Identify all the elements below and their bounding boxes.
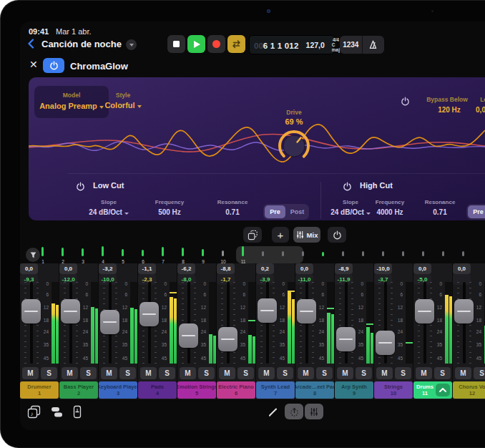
channel-name-block[interactable]: Pads4 — [138, 381, 177, 399]
ribbon-track-u15[interactable] — [318, 247, 329, 263]
metronome-button[interactable] — [363, 39, 385, 50]
channel-name-block[interactable]: Synth Lead7 — [256, 381, 295, 399]
mute-button[interactable]: M — [416, 367, 432, 379]
mix-view-button[interactable]: Mix — [293, 227, 320, 243]
ribbon-track-4[interactable]: 4 — [97, 247, 109, 263]
mute-button[interactable]: M — [101, 367, 117, 379]
fader-value-chip[interactable]: -1,1 — [138, 263, 156, 274]
channel-name-block[interactable]: Chorus Vo12 — [453, 381, 485, 399]
solo-button[interactable]: S — [395, 367, 411, 379]
fader-value-chip[interactable]: 0,0 — [20, 263, 38, 274]
mixer-view-button[interactable] — [305, 404, 323, 419]
ribbon-track-u16[interactable] — [338, 247, 349, 263]
ribbon-track-7[interactable]: 7 — [157, 247, 169, 263]
record-button[interactable] — [207, 35, 225, 53]
channel-strip-icon[interactable] — [73, 405, 82, 419]
solo-button[interactable]: S — [237, 367, 254, 379]
ribbon-track-u21[interactable] — [438, 247, 449, 263]
stop-button[interactable] — [167, 35, 185, 53]
mute-button[interactable]: M — [258, 367, 275, 379]
fader-value-chip[interactable]: 0,2 — [256, 263, 274, 274]
ribbon-track-u20[interactable] — [418, 247, 429, 263]
fader-cap[interactable] — [21, 299, 41, 323]
low-cut-pre-button[interactable]: Pre — [265, 205, 285, 218]
ribbon-track-u22[interactable] — [458, 247, 469, 263]
high-cut-freq-value[interactable]: 4000 Hz — [368, 208, 411, 216]
low-cut-res-value[interactable]: 0.71 — [211, 208, 254, 216]
fader-value-chip[interactable]: 0,0 — [295, 263, 313, 274]
level-value[interactable]: 0,0 — [459, 106, 485, 114]
fader-cap[interactable] — [454, 299, 474, 323]
bypass-power-icon[interactable] — [401, 97, 410, 106]
solo-button[interactable]: S — [159, 367, 175, 379]
ribbon-track-5[interactable]: 5 — [117, 247, 129, 263]
mute-button[interactable]: M — [180, 367, 196, 379]
mixer-power-button[interactable] — [328, 227, 346, 243]
low-cut-slope-value[interactable]: 24 dB/Oct — [80, 208, 137, 216]
channel-name-block[interactable]: Keyboard Player3 — [99, 381, 137, 399]
song-title[interactable]: Canción de noche — [41, 39, 122, 49]
browser-icon[interactable] — [50, 406, 63, 418]
fader-value-chip[interactable]: -8,9 — [335, 263, 353, 274]
ribbon-track-u17[interactable] — [358, 247, 369, 263]
channel-name-block[interactable]: Emotion Strings5 — [177, 381, 216, 399]
mute-button[interactable]: M — [376, 367, 393, 379]
fader-cap[interactable] — [415, 299, 434, 323]
ribbon-track-u13[interactable] — [278, 247, 289, 263]
duplicate-button[interactable] — [243, 227, 262, 243]
low-cut-freq-value[interactable]: 500 Hz — [148, 208, 191, 216]
fader-value-chip[interactable]: -8,8 — [217, 263, 235, 274]
solo-button[interactable]: S — [316, 367, 333, 379]
channel-name-block[interactable]: Arcade…eet Pad8 — [295, 381, 334, 399]
fader-value-chip[interactable]: 0,0 — [413, 263, 431, 274]
add-track-button[interactable]: + — [272, 227, 289, 243]
solo-button[interactable]: S — [119, 367, 136, 379]
mute-button[interactable]: M — [219, 367, 235, 379]
high-cut-res-value[interactable]: 0.71 — [418, 208, 461, 216]
fader-cap[interactable] — [218, 327, 237, 351]
solo-button[interactable]: S — [474, 367, 485, 379]
low-cut-post-button[interactable]: Post — [287, 205, 308, 218]
ribbon-track-u18[interactable] — [378, 247, 389, 263]
drive-knob[interactable] — [275, 127, 313, 165]
channel-name-block[interactable]: Arp Synth9 — [335, 381, 373, 399]
chevron-up-icon[interactable] — [436, 384, 450, 396]
high-cut-power-icon[interactable] — [343, 182, 352, 191]
ribbon-track-2[interactable]: 2 — [57, 247, 69, 263]
fader-value-chip[interactable]: -10,0 — [374, 263, 392, 274]
ribbon-track-8[interactable]: 8 — [177, 247, 189, 263]
fader-cap[interactable] — [258, 298, 277, 323]
solo-button[interactable]: S — [277, 367, 293, 379]
channel-name-block[interactable]: Drummer1 — [20, 381, 59, 399]
ribbon-track-6[interactable]: 6 — [137, 247, 149, 263]
pencil-icon[interactable] — [268, 406, 278, 417]
style-selector[interactable]: Style Colorful — [91, 92, 155, 113]
fader-cap[interactable] — [297, 299, 316, 323]
ribbon-track-u12[interactable] — [258, 247, 269, 263]
fader-cap[interactable] — [61, 299, 80, 323]
mute-button[interactable]: M — [455, 367, 471, 379]
fader-cap[interactable] — [100, 310, 119, 334]
fader-cap[interactable] — [376, 331, 395, 355]
loop-browser-icon[interactable]: ♪ — [27, 405, 41, 419]
cycle-button[interactable] — [227, 35, 245, 53]
ribbon-track-u19[interactable] — [398, 247, 409, 263]
ribbon-track-11[interactable]: 11 — [237, 247, 249, 263]
fader-value-chip[interactable]: -6,2 — [177, 263, 195, 274]
mute-button[interactable]: M — [337, 367, 353, 379]
fader-value-chip[interactable]: -3,2 — [99, 263, 117, 274]
channel-name-block[interactable]: Bass Player2 — [59, 381, 98, 399]
song-menu-button[interactable] — [126, 39, 137, 50]
solo-button[interactable]: S — [41, 367, 57, 379]
ribbon-track-9[interactable]: 9 — [197, 247, 209, 263]
solo-button[interactable]: S — [80, 367, 97, 379]
solo-button[interactable]: S — [356, 367, 372, 379]
lcd-display[interactable]: 006 1 1 012 127,0 4/4 C maj In Out MIDI — [249, 35, 335, 54]
ribbon-track-1[interactable]: 1 — [37, 247, 49, 263]
solo-button[interactable]: S — [198, 367, 215, 379]
fader-cap[interactable] — [139, 302, 159, 326]
channel-name-block[interactable]: Drums11 — [413, 381, 452, 399]
low-cut-power-icon[interactable] — [76, 182, 85, 191]
high-cut-pre-button[interactable]: Pre — [468, 205, 485, 218]
fader-cap[interactable] — [179, 323, 198, 348]
